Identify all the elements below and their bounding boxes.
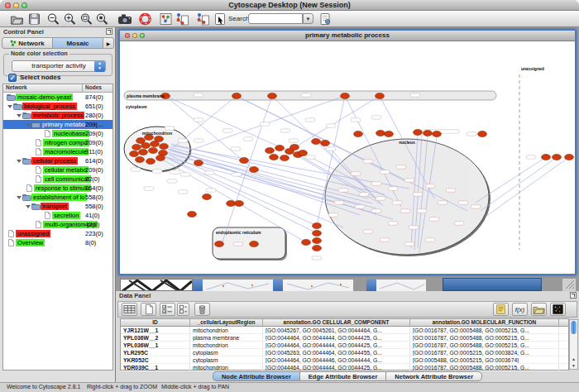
table-cell[interactable]: [GO:0044464, GO:0044444, GO:0044425, G..… xyxy=(263,334,410,341)
network-node[interactable] xyxy=(232,93,242,98)
tree-row[interactable]: secretion41(0) xyxy=(3,211,112,220)
select-nodes-checkbox[interactable]: ✓ xyxy=(8,74,17,82)
network-edge[interactable] xyxy=(481,157,557,211)
background-window[interactable] xyxy=(366,279,376,291)
table-cell[interactable]: [GO:0016787, GO:0005488, GO:0005215, G..… xyxy=(410,334,559,341)
network-view-frame[interactable]: primary metabolic process xyxy=(118,29,577,275)
table-cell[interactable]: [GO:0016787, GO:0005488, GO:0005215, G..… xyxy=(410,364,559,370)
background-window[interactable] xyxy=(193,279,203,291)
expand-arrow-icon[interactable] xyxy=(7,103,13,110)
table-column-header[interactable]: annotation.GO CELLULAR_COMPONENT xyxy=(263,319,410,326)
tree-row[interactable]: response to stimulu264(0) xyxy=(3,184,112,193)
snapshot-icon[interactable] xyxy=(117,12,133,26)
background-window[interactable] xyxy=(120,279,193,291)
table-row[interactable]: YPL036W__2plasma membrane[GO:0044464, GO… xyxy=(121,334,568,342)
new-attribute-icon[interactable] xyxy=(141,303,156,316)
table-cell[interactable]: cytoplasm xyxy=(190,356,263,363)
table-cell[interactable]: mitochondrion xyxy=(190,342,263,348)
network-node[interactable] xyxy=(266,147,275,153)
network-node[interactable] xyxy=(321,140,330,146)
tab-mosaic[interactable]: Mosaic xyxy=(53,38,103,48)
network-node[interactable] xyxy=(313,230,322,236)
tree-row-label[interactable]: Overview xyxy=(16,239,45,246)
table-cell[interactable]: mitochondrion xyxy=(190,327,263,333)
zoom-selected-icon[interactable] xyxy=(95,12,109,26)
table-column-header[interactable]: ID xyxy=(121,319,190,326)
table-scrollbar[interactable]: ▲ ▼ xyxy=(569,319,578,370)
help-icon[interactable] xyxy=(138,12,152,26)
network-node[interactable] xyxy=(235,200,244,206)
table-row[interactable]: YLR295Ccytoplasm[GO:0045263, GO:0044464,… xyxy=(121,349,568,356)
destroy-network-icon[interactable] xyxy=(196,12,210,26)
tree-row-label[interactable]: cellular metabo xyxy=(43,166,89,174)
function-builder-icon[interactable]: f(x) xyxy=(512,303,528,316)
expand-arrow-icon[interactable] xyxy=(16,112,22,119)
network-node[interactable] xyxy=(139,149,148,155)
table-cell[interactable]: YDR039C__1 xyxy=(121,364,190,370)
network-node[interactable] xyxy=(227,200,236,206)
float-panel-icon[interactable] xyxy=(570,292,577,299)
table-cell[interactable]: cytoplasm xyxy=(190,349,263,356)
table-cell[interactable]: [GO:0016787, GO:0005488, GO:0005215, G..… xyxy=(410,342,559,348)
network-node[interactable] xyxy=(132,144,141,150)
network-canvas[interactable]: plasma membrane cytoplasm mitochondrion … xyxy=(120,41,575,274)
background-window[interactable] xyxy=(283,279,353,291)
tab-network[interactable]: Network xyxy=(2,38,53,48)
network-node[interactable] xyxy=(250,166,259,172)
vizmapper-icon[interactable] xyxy=(159,12,173,26)
tree-row[interactable]: metabolic process280(0) xyxy=(3,111,112,120)
background-window[interactable] xyxy=(203,279,273,291)
tree-row-label[interactable]: establishment of lo xyxy=(31,194,87,201)
table-cell[interactable]: [GO:0016787, GO:0005488, GO:0005215, G..… xyxy=(410,327,559,333)
network-node[interactable] xyxy=(250,241,259,246)
tree-col-network[interactable]: Network xyxy=(3,84,83,92)
background-window[interactable] xyxy=(443,278,542,291)
network-node[interactable] xyxy=(376,130,385,136)
scroll-up-icon[interactable]: ▲ xyxy=(570,356,577,362)
advanced-search-icon[interactable] xyxy=(318,12,333,26)
network-node[interactable] xyxy=(341,93,350,98)
tree-row-label[interactable]: unassigned xyxy=(16,230,50,237)
tree-row-label[interactable]: cellular process xyxy=(31,157,78,165)
network-node[interactable] xyxy=(188,211,197,217)
attribute-browser-tab[interactable]: Network Attribute Browser xyxy=(385,371,482,381)
table-cell[interactable]: YLR295C xyxy=(121,349,190,356)
tree-row-label[interactable]: nitrogen compo xyxy=(43,139,89,146)
network-node[interactable] xyxy=(203,194,212,199)
network-node[interactable] xyxy=(215,241,224,246)
table-cell[interactable]: YPL036W__1 xyxy=(121,342,190,348)
expand-arrow-icon[interactable] xyxy=(25,122,31,128)
network-node[interactable] xyxy=(130,151,139,156)
tree-row[interactable]: establishment of lo558(0) xyxy=(3,193,112,202)
annotation-icon[interactable] xyxy=(213,12,227,26)
tree-row-label[interactable]: nucleobase- xyxy=(52,130,89,137)
tree-row[interactable]: cellular metabo209(0) xyxy=(3,165,112,174)
table-cell[interactable]: [GO:0045263, GO:0044464, GO:0044455, G..… xyxy=(263,349,410,356)
table-row[interactable]: YKR052Ccytoplasm[GO:0044464, GO:0044446,… xyxy=(121,356,568,364)
tree-row[interactable]: mosaic-demo-yeast874(0) xyxy=(3,93,112,102)
network-edge[interactable] xyxy=(170,155,343,227)
nucleus-region[interactable] xyxy=(325,139,489,255)
network-node[interactable] xyxy=(354,131,363,136)
network-node[interactable] xyxy=(290,144,299,150)
tabs-overflow-icon[interactable]: ▶ xyxy=(103,38,113,48)
network-node[interactable] xyxy=(302,239,311,245)
tree-row[interactable]: unassigned223(0) xyxy=(3,229,112,238)
search-dropdown-icon[interactable]: ▼ xyxy=(303,13,313,24)
expand-arrow-icon[interactable] xyxy=(25,203,31,210)
network-node[interactable] xyxy=(414,129,423,135)
network-node[interactable] xyxy=(240,157,249,163)
tree-row[interactable]: cell communicat22(0) xyxy=(3,174,112,184)
network-node[interactable] xyxy=(275,145,285,151)
network-node[interactable] xyxy=(313,237,322,243)
network-node[interactable] xyxy=(565,154,574,160)
window-titlebar[interactable]: Cytoscape Desktop (New Session) xyxy=(0,0,579,11)
network-edge[interactable] xyxy=(476,157,546,203)
scroll-down-icon[interactable]: ▼ xyxy=(570,362,577,369)
tree-row-label[interactable]: response to stimulu xyxy=(34,184,91,192)
tree-row[interactable]: cellular process614(0) xyxy=(3,156,112,165)
network-node[interactable] xyxy=(280,155,290,160)
tree-row[interactable]: biological_process651(0) xyxy=(3,102,112,111)
network-node[interactable] xyxy=(149,147,158,153)
network-node[interactable] xyxy=(433,131,442,136)
